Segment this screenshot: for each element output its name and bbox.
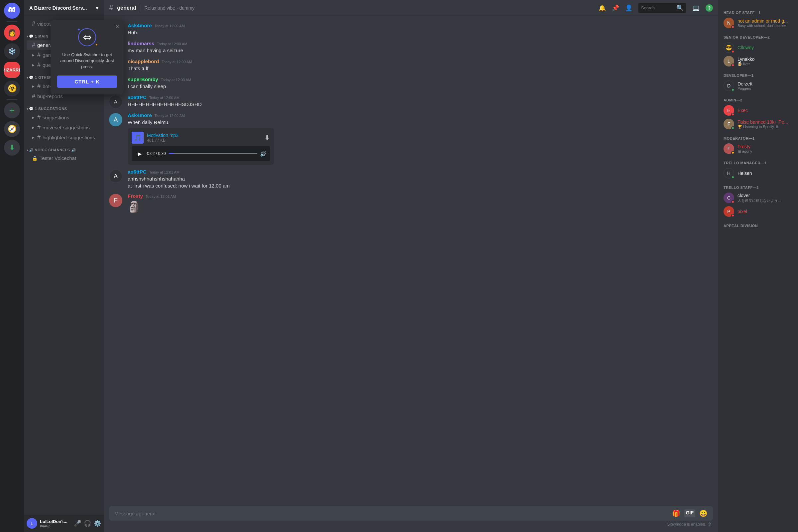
message-group-m8: F Frosty Today at 12:01 AM 🗿	[104, 192, 718, 216]
category-other-label: 💬 1 OTHER	[29, 75, 52, 80]
member-name-cllowny: Cllowny	[738, 45, 793, 50]
channel-item-suggestions[interactable]: ▶ # suggestions	[26, 113, 101, 122]
emoji-icon[interactable]: 😀	[699, 509, 707, 517]
server-icon-s2[interactable]: ❄️	[4, 43, 20, 59]
channel-hash-moveset: #	[37, 124, 41, 131]
username-m8[interactable]: Frosty	[128, 193, 143, 199]
member-item-notanadmin[interactable]: N not an admin or mod g... Busy with sch…	[721, 16, 795, 30]
audio-download-icon[interactable]: ⬇	[264, 134, 270, 141]
audio-play-button[interactable]: ▶	[135, 149, 144, 158]
member-avatar-wrapper-lynakko: L	[723, 56, 734, 66]
status-dot-clover	[731, 200, 735, 204]
member-item-lynakko[interactable]: L Lynakko 🍺 liver	[721, 55, 795, 68]
category-voice[interactable]: ▾ 🔊 VOICE CHANNELS 🔊	[24, 142, 104, 154]
audio-file-name[interactable]: Motivation.mp3	[147, 133, 178, 138]
username-m4[interactable]: superBomby	[128, 76, 158, 82]
member-item-heisen[interactable]: H Heisen	[721, 167, 795, 180]
qs-dot-br: ✦	[95, 43, 98, 46]
avatar-m7: A	[109, 170, 122, 183]
server-icon-s1[interactable]: 👩	[4, 25, 20, 41]
user-panel-info: LolLolDon't... #4462	[40, 519, 71, 528]
server-icon-download[interactable]: ⬇	[4, 140, 20, 156]
collapse-sug-icon: ▶	[32, 116, 35, 119]
message-group-m4: S superBomby Today at 12:00 AM I can fin…	[104, 75, 718, 92]
category-suggestions[interactable]: ▾ 💬 1 SUGGESTIONS	[24, 101, 104, 112]
member-item-exec[interactable]: E Exec	[721, 104, 795, 117]
server-header[interactable]: A Bizarre Discord Serv... ▾	[24, 0, 104, 16]
username-m7[interactable]: ao6ttPC	[128, 169, 147, 174]
status-dot-falsebanned	[731, 126, 735, 130]
message-content-m2: lindomarss Today at 12:00 AM my man havi…	[128, 41, 713, 55]
member-name-notanadmin: not an admin or mod g...	[738, 18, 793, 24]
server-icon-bizarre[interactable]: BIZARRE	[4, 62, 20, 78]
quick-switcher-shortcut[interactable]: CTRL + K	[57, 75, 117, 88]
audio-attachment: 🎵 Motivation.mp3 481.77 KB ⬇ ▶ 0:02 / 0:…	[128, 128, 274, 165]
channel-item-highlighted[interactable]: ▶ # highlighted-suggestions	[26, 133, 101, 142]
collapse-moveset-icon: ▶	[32, 126, 35, 129]
notification-icon[interactable]: 🔔	[598, 4, 606, 12]
channel-item-moveset-suggestions[interactable]: ▶ # moveset-suggestions	[26, 123, 101, 132]
message-input-box: 🎁 GIF 😀	[109, 506, 713, 521]
voice-lock-icon: 🔒	[32, 156, 38, 161]
server-icon-add[interactable]: +	[4, 102, 20, 118]
message-content-m3: nicapplebord Today at 12:00 AM Thats tuf…	[128, 58, 713, 73]
settings-icon[interactable]: ⚙️	[94, 520, 101, 527]
member-avatar-wrapper-clover: C	[723, 192, 734, 203]
channel-item-tester-voicechat[interactable]: 🔒 Tester Voicechat	[26, 154, 101, 162]
channel-hash-sug: #	[37, 114, 41, 121]
input-icons: 🎁 GIF 😀	[672, 509, 707, 517]
channel-hash-general: #	[32, 41, 35, 49]
audio-volume-icon[interactable]: 🔊	[260, 151, 267, 157]
server-icon-s4[interactable]: ☣️	[4, 80, 20, 96]
channel-hash-icon: #	[32, 20, 35, 27]
user-panel-avatar: L	[26, 518, 37, 529]
username-m5[interactable]: ao6ttPC	[128, 94, 147, 100]
audio-file-details: Motivation.mp3 481.77 KB	[147, 133, 178, 142]
member-name-heisen: Heisen	[738, 171, 793, 176]
member-status-clover: 人を過度に信じないよう...	[738, 198, 793, 203]
search-bar[interactable]: 🔍	[639, 3, 686, 13]
username-m1[interactable]: Ask4more	[128, 23, 152, 28]
timestamp-m6: Today at 12:00 AM	[155, 114, 185, 118]
message-text-m8: 🗿	[128, 200, 713, 214]
member-item-cllowny[interactable]: 😎 Cllowny	[721, 41, 795, 54]
audio-progress-bar[interactable]	[169, 153, 258, 154]
status-dot-notanadmin	[731, 25, 735, 28]
gif-icon[interactable]: GIF	[684, 509, 695, 517]
message-text-m1: Huh.	[128, 29, 713, 36]
member-item-clover[interactable]: C clover 人を過度に信じないよう...	[721, 191, 795, 205]
member-item-pixel[interactable]: P pixel	[721, 205, 795, 218]
deafen-icon[interactable]: 🎧	[84, 520, 91, 527]
inbox-icon[interactable]: 💻	[692, 4, 700, 12]
gift-icon[interactable]: 🎁	[672, 509, 680, 517]
username-m6[interactable]: Ask4more	[128, 112, 152, 118]
timestamp-m2: Today at 12:00 AM	[157, 42, 187, 46]
channel-hash-game: #	[37, 52, 41, 58]
member-info-pixel: pixel	[738, 209, 793, 214]
member-avatar-wrapper-derzett: D	[723, 80, 734, 91]
member-item-derzett[interactable]: D Derzett Poggers	[721, 79, 795, 92]
category-admin: ADMIN—2	[718, 93, 798, 103]
members-icon[interactable]: 👤	[625, 4, 632, 12]
search-input[interactable]	[641, 5, 674, 10]
username-m2[interactable]: lindomarss	[128, 41, 154, 46]
mute-icon[interactable]: 🎤	[74, 520, 81, 527]
pin-icon[interactable]: 📌	[612, 4, 619, 12]
channel-header-topic: Relax and vibe - dummy	[144, 5, 194, 11]
member-info-exec: Exec	[738, 108, 793, 113]
server-icon-explore[interactable]: 🧭	[4, 121, 20, 137]
message-input[interactable]	[114, 507, 669, 520]
help-icon[interactable]: ?	[706, 4, 713, 12]
member-info-notanadmin: not an admin or mod g... Busy with schoo…	[738, 18, 793, 27]
member-item-falsebanned[interactable]: F False banned 10k+ Pe... 🏆 Listening to…	[721, 117, 795, 131]
member-status-notanadmin: Busy with school, don't bother	[738, 24, 793, 27]
server-icon-home[interactable]	[4, 3, 20, 19]
collapse-other-icon: ▾	[26, 76, 28, 79]
channel-name-highlighted: highlighted-suggestions	[42, 135, 95, 140]
member-item-frosty[interactable]: F Frosty 🖥 agony	[721, 142, 795, 155]
category-trello-manager: TRELLO MANAGER—1	[718, 156, 798, 166]
user-panel-name: LolLolDon't...	[40, 519, 71, 524]
timestamp-m3: Today at 12:00 AM	[162, 60, 192, 64]
username-m3[interactable]: nicapplebord	[128, 58, 159, 64]
server-name: A Bizarre Discord Serv...	[29, 5, 87, 11]
